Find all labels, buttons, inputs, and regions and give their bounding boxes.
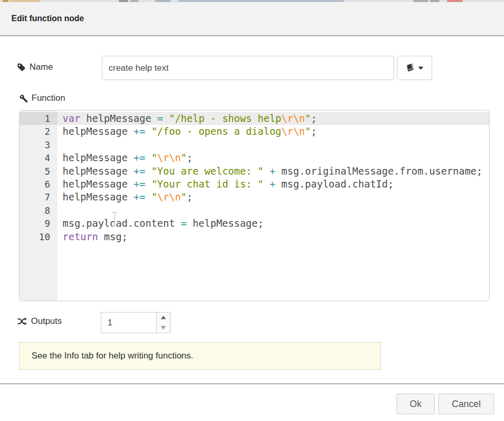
ok-button[interactable]: Ok — [396, 394, 435, 414]
gutter-line-number: 5 — [20, 165, 57, 178]
edit-function-dialog: Edit function node Name — [0, 0, 504, 421]
tag-icon — [17, 63, 26, 72]
triangle-down-icon — [161, 326, 166, 330]
cancel-button[interactable]: Cancel — [438, 394, 494, 414]
function-label-group: Function — [19, 93, 65, 103]
gutter-line-number: 6 — [20, 178, 57, 191]
dialog-title: Edit function node — [11, 14, 84, 23]
outputs-label: Outputs — [31, 316, 62, 326]
code-line[interactable]: helpMessage += "/foo - opens a dialog\r\… — [63, 125, 489, 138]
code-line[interactable] — [63, 204, 489, 217]
editor-lines: var helpMessage = "/help - shows help\r\… — [57, 111, 489, 301]
gutter-line-number: 4 — [20, 151, 57, 164]
code-line[interactable]: return msg; — [63, 230, 489, 243]
outputs-label-group: Outputs — [17, 316, 62, 326]
name-input[interactable] — [102, 56, 394, 80]
gutter-line-number: 10 — [20, 230, 57, 243]
caret-down-icon — [418, 67, 423, 70]
spinner-down-button[interactable] — [157, 323, 170, 333]
triangle-up-icon — [161, 316, 166, 319]
code-line[interactable]: var helpMessage = "/help - shows help\r\… — [57, 112, 489, 125]
gutter-line-number: 7 — [20, 191, 57, 204]
code-line[interactable]: helpMessage += "Your chat id is: " + msg… — [63, 178, 489, 191]
function-label: Function — [32, 93, 65, 103]
library-button[interactable] — [397, 56, 432, 80]
name-label: Name — [29, 62, 53, 72]
gutter-line-number: 2 — [20, 125, 57, 138]
code-line[interactable]: helpMessage += "\r\n"; — [63, 151, 489, 164]
code-line[interactable]: helpMessage += "\r\n"; — [63, 191, 489, 204]
info-box: See the Info tab for help writing functi… — [19, 342, 381, 370]
dialog-header: Edit function node — [0, 2, 504, 36]
code-line[interactable]: helpMessage += "You are welcome: " + msg… — [63, 165, 489, 178]
book-icon — [406, 64, 415, 72]
outputs-input[interactable] — [101, 313, 156, 333]
code-line[interactable]: msg.payload.content = helpMessage; — [63, 217, 489, 230]
gutter-line-number: 3 — [20, 138, 57, 151]
gutter-line-number: 8 — [20, 204, 57, 217]
spinner-up-button[interactable] — [157, 313, 170, 323]
editor-gutter: 12345678910 — [20, 111, 57, 301]
outputs-spinner — [101, 312, 171, 333]
footer-divider — [0, 383, 504, 384]
name-label-group: Name — [17, 62, 53, 72]
code-line[interactable] — [63, 138, 489, 151]
shuffle-icon — [17, 317, 27, 325]
info-text: See the Info tab for help writing functi… — [32, 351, 193, 361]
wrench-icon — [19, 94, 28, 103]
code-editor[interactable]: 12345678910 var helpMessage = "/help - s… — [19, 110, 490, 301]
spinner-buttons — [156, 313, 170, 333]
gutter-line-number: 1 — [20, 112, 57, 125]
gutter-line-number: 9 — [20, 217, 57, 230]
